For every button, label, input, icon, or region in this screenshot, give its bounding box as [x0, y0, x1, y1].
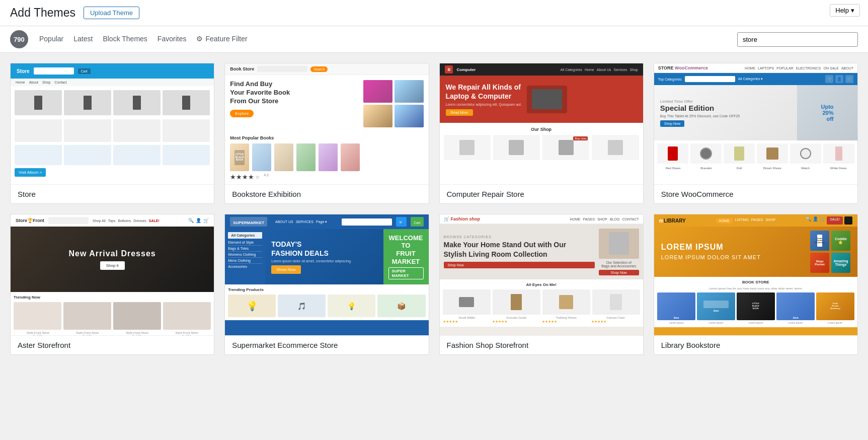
theme-preview-library: mLIBRARY HOME LISTING PAGES SHOP 🔍 👤 🛒 S…: [654, 214, 857, 335]
gear-icon: [196, 35, 203, 43]
theme-preview-woo: STORE WooCommerce HOME LAPTOPS POPULAR E…: [654, 63, 857, 184]
help-chevron-icon: ▾: [851, 7, 854, 14]
themes-grid: Store Cart Home About Shop Contact: [0, 53, 868, 365]
page-header: Add Themes Upload Theme: [0, 0, 868, 26]
theme-preview-bookstore: Book Store Search Find And BuyYour Favor…: [225, 63, 428, 184]
tab-latest[interactable]: Latest: [68, 29, 98, 50]
tab-favorites[interactable]: Favorites: [152, 29, 192, 50]
theme-count-badge: 790: [10, 30, 28, 48]
theme-card-computer[interactable]: 🖥 Computer All Categories Home About Us …: [439, 63, 644, 204]
theme-name-woo: Store WooCommerce: [654, 184, 857, 203]
tab-popular[interactable]: Popular: [34, 29, 68, 50]
search-area: [737, 28, 858, 51]
theme-card-library[interactable]: mLIBRARY HOME LISTING PAGES SHOP 🔍 👤 🛒 S…: [654, 214, 858, 355]
nav-bar: 790 Popular Latest Block Themes Favorite…: [0, 26, 868, 53]
page-title: Add Themes: [10, 6, 75, 20]
theme-card-woo[interactable]: STORE WooCommerce HOME LAPTOPS POPULAR E…: [654, 63, 858, 204]
theme-name-library: Library Bookstore: [654, 335, 857, 354]
search-input[interactable]: [737, 32, 858, 47]
theme-name-fashion: Fashion Shop Storefront: [440, 335, 643, 354]
upload-theme-button[interactable]: Upload Theme: [84, 7, 139, 19]
tab-feature-filter[interactable]: Feature Filter: [191, 29, 252, 50]
theme-card-fashion[interactable]: 🛒Fashion shop HOME PAGES SHOP BLOG CONTA…: [439, 214, 644, 355]
theme-card-aster[interactable]: Store🏆Front Shop All Tops Bottoms Dresse…: [10, 214, 214, 355]
theme-preview-store: Store Cart Home About Shop Contact: [11, 63, 214, 184]
theme-card-bookstore[interactable]: Book Store Search Find And BuyYour Favor…: [224, 63, 429, 204]
theme-preview-fashion: 🛒Fashion shop HOME PAGES SHOP BLOG CONTA…: [440, 214, 643, 335]
theme-preview-supermarket: SUPERMARKET ABOUT US SERVICES Page ▾ 🔍 C…: [225, 214, 428, 335]
help-label: Help: [835, 7, 849, 14]
theme-card-supermarket[interactable]: SUPERMARKET ABOUT US SERVICES Page ▾ 🔍 C…: [224, 214, 429, 355]
theme-card-store[interactable]: Store Cart Home About Shop Contact: [10, 63, 214, 204]
theme-name-store: Store: [11, 184, 214, 203]
tab-block-themes[interactable]: Block Themes: [98, 29, 152, 50]
theme-name-computer: Computer Repair Store: [440, 184, 643, 203]
theme-name-bookstore: Bookstore Exhibition: [225, 184, 428, 203]
theme-preview-computer: 🖥 Computer All Categories Home About Us …: [440, 63, 643, 184]
theme-name-supermarket: Supermarket Ecommerce Store: [225, 335, 428, 354]
theme-preview-aster: Store🏆Front Shop All Tops Bottoms Dresse…: [11, 214, 214, 335]
help-button[interactable]: Help ▾: [830, 4, 860, 17]
theme-name-aster: Aster Storefront: [11, 335, 214, 354]
